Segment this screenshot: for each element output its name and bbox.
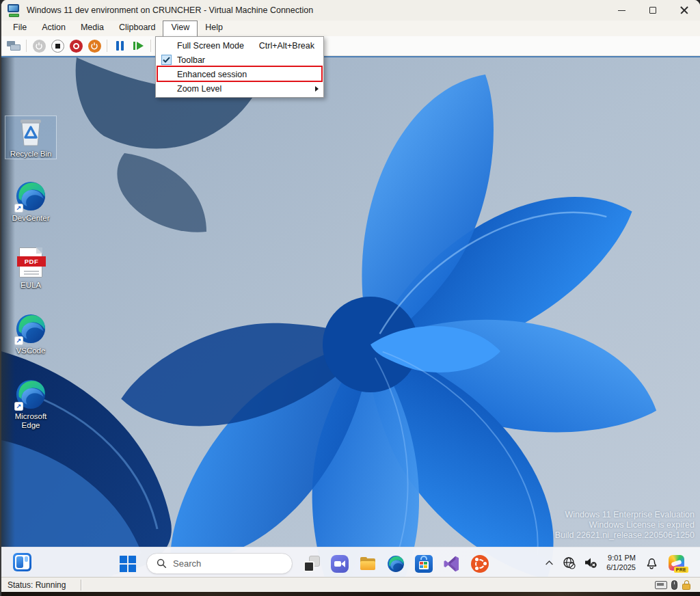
volume-button[interactable] <box>582 554 599 572</box>
task-view-icon <box>303 555 321 573</box>
menu-item-enhanced-session[interactable]: Enhanced session <box>156 67 323 81</box>
menu-item-label: Zoom Level <box>177 84 323 94</box>
shortcut-arrow-icon: ↗ <box>14 402 23 411</box>
security-lock-icon <box>682 580 691 590</box>
screen-bottom-edge <box>1 592 700 596</box>
store-bag-icon <box>415 555 433 573</box>
widgets-button[interactable] <box>13 553 31 571</box>
close-button[interactable] <box>669 0 700 21</box>
menu-action[interactable]: Action <box>34 21 73 36</box>
keyboard-icon <box>7 41 21 51</box>
watermark-line: Windows 11 Enterprise Evaluation <box>555 510 695 520</box>
menu-item-label: Enhanced session <box>177 70 323 79</box>
menu-item-shortcut: Ctrl+Alt+Break <box>259 41 323 51</box>
menu-clipboard[interactable]: Clipboard <box>111 21 163 36</box>
chat-button[interactable] <box>330 554 349 573</box>
tray-date: 6/1/2025 <box>606 563 636 572</box>
vm-status-text: Status: Running <box>1 580 66 590</box>
edge-browser-button[interactable] <box>386 554 405 573</box>
windows-logo-icon <box>120 556 136 572</box>
save-vm-button[interactable] <box>87 38 102 53</box>
recycle-bin-icon <box>15 116 46 148</box>
notifications-button[interactable] <box>643 554 660 572</box>
desktop-icon-eula[interactable]: PDF EULA <box>5 247 56 290</box>
shortcut-arrow-icon: ↗ <box>14 336 23 345</box>
visual-studio-button[interactable] <box>442 554 461 573</box>
clock[interactable]: 9:01 PM 6/1/2025 <box>605 553 637 572</box>
edge-logo-icon: ↗ <box>15 379 46 410</box>
hidden-icons-button[interactable] <box>543 554 555 572</box>
turn-off-button[interactable] <box>50 38 65 53</box>
pdf-label: PDF <box>17 256 46 267</box>
minimize-button[interactable] <box>606 0 637 21</box>
copilot-icon: PRE <box>669 555 684 571</box>
taskbar: Search <box>1 547 700 577</box>
vm-status-bar: Status: Running <box>1 577 700 592</box>
vm-connection-window: Windows 11 dev environment on CRUNCHER -… <box>0 0 700 596</box>
watermark-line: Windows License is expired <box>555 520 695 530</box>
license-watermark: Windows 11 Enterprise Evaluation Windows… <box>555 510 695 541</box>
menu-item-label: Full Screen Mode <box>177 41 259 51</box>
globe-offline-icon <box>563 556 576 569</box>
menu-item-full-screen-mode[interactable]: Full Screen Mode Ctrl+Alt+Break <box>156 38 323 53</box>
watermark-line: Build 22621.ni_release.220506-1250 <box>555 530 695 541</box>
menu-view[interactable]: View <box>163 21 198 36</box>
ubuntu-icon <box>471 555 489 573</box>
desktop-icon-label: EULA <box>5 281 56 290</box>
pause-vm-button[interactable] <box>112 38 127 53</box>
bell-icon <box>645 556 658 569</box>
play-icon <box>133 42 144 50</box>
checkmark-icon <box>161 55 172 65</box>
visual-studio-icon <box>443 555 461 573</box>
tray-time: 9:01 PM <box>606 553 636 563</box>
edge-logo-icon <box>387 555 405 573</box>
menu-help[interactable]: Help <box>198 21 230 36</box>
ubuntu-button[interactable] <box>470 554 489 573</box>
menu-item-zoom-level[interactable]: Zoom Level <box>156 81 323 96</box>
shortcut-arrow-icon: ↗ <box>14 204 23 213</box>
desktop-icon-label: Microsoft Edge <box>5 412 56 430</box>
view-dropdown-menu: Full Screen Mode Ctrl+Alt+Break Toolbar … <box>155 36 324 98</box>
file-explorer-button[interactable] <box>358 554 377 573</box>
pdf-document-icon: PDF <box>15 247 46 279</box>
start-button[interactable] <box>118 554 137 573</box>
toolbar-separator <box>150 40 151 52</box>
menu-bar: File Action Media Clipboard View Help <box>1 21 700 36</box>
maximize-icon <box>649 7 656 14</box>
stop-icon <box>51 40 64 53</box>
status-separator <box>81 580 81 591</box>
close-icon <box>680 6 688 14</box>
shut-down-button[interactable] <box>68 38 83 53</box>
desktop-icon-vscode[interactable]: ↗ VSCode <box>5 313 56 355</box>
menu-item-toolbar[interactable]: Toolbar <box>156 53 323 67</box>
maximize-button[interactable] <box>637 0 669 21</box>
search-box[interactable]: Search <box>146 553 293 574</box>
minimize-icon <box>618 10 625 11</box>
start-vm-button[interactable] <box>31 38 46 53</box>
mouse-capture-icon <box>671 580 677 590</box>
microsoft-store-button[interactable] <box>414 554 433 573</box>
desktop-icon-devcenter[interactable]: ↗ DevCenter <box>5 180 56 223</box>
menu-media[interactable]: Media <box>73 21 111 36</box>
network-button[interactable] <box>561 554 576 572</box>
reset-vm-button[interactable] <box>131 38 146 53</box>
task-view-button[interactable] <box>302 554 321 573</box>
search-label: Search <box>173 558 201 569</box>
menu-item-label: Toolbar <box>177 55 323 65</box>
chat-camera-icon <box>331 555 349 573</box>
submenu-arrow-icon <box>315 86 319 92</box>
menu-file[interactable]: File <box>5 21 34 36</box>
desktop-icon-label: VSCode <box>5 347 56 355</box>
volume-muted-icon <box>584 556 597 569</box>
desktop-icon-label: DevCenter <box>5 214 56 223</box>
desktop-icon-recycle-bin[interactable]: Recycle Bin <box>5 116 56 159</box>
preview-badge: PRE <box>674 567 688 573</box>
desktop-icon-microsoft-edge[interactable]: ↗ Microsoft Edge <box>5 379 56 430</box>
search-icon <box>157 558 167 569</box>
save-power-icon <box>88 40 101 53</box>
vm-toolbar <box>1 36 700 56</box>
ctrl-alt-del-button[interactable] <box>6 38 21 53</box>
pause-icon <box>116 41 124 51</box>
copilot-preview-button[interactable]: PRE <box>666 554 686 572</box>
shutdown-icon <box>70 40 83 53</box>
